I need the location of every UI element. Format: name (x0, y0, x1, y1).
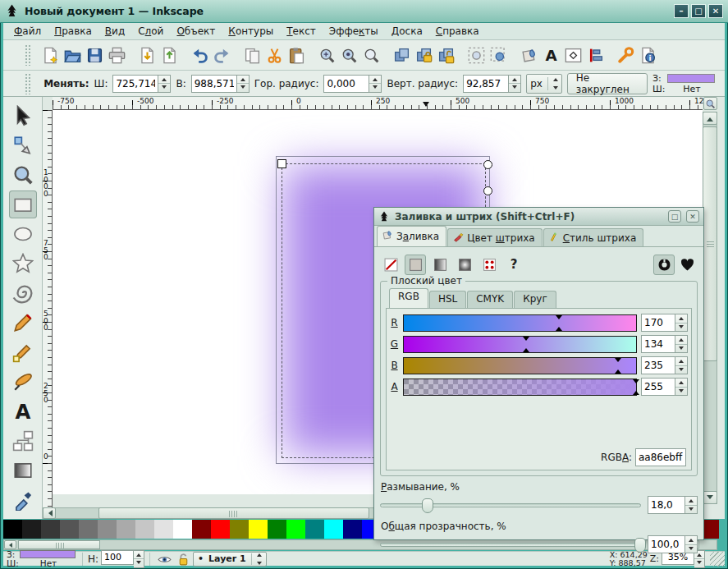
palette-swatch[interactable] (268, 520, 286, 539)
palette-swatch[interactable] (249, 520, 268, 539)
not-rounded-button[interactable]: Не закруглен (567, 73, 648, 94)
menu-item[interactable]: Текст (281, 24, 322, 39)
cut-icon[interactable] (263, 44, 286, 66)
palette-swatch[interactable] (117, 520, 135, 539)
spin-up-button[interactable] (685, 497, 697, 505)
maximize-button[interactable]: □ (691, 4, 706, 18)
scroll-left-button[interactable] (43, 507, 56, 519)
save-icon[interactable] (84, 44, 106, 66)
palette-scrollbar-thumb[interactable] (18, 540, 100, 549)
spin-up-button[interactable] (675, 314, 687, 323)
dialog-tab[interactable]: Стиль штриха (543, 228, 644, 246)
palette-swatch[interactable] (324, 520, 343, 539)
spin-down-button[interactable] (694, 558, 704, 567)
spin-down-button[interactable] (237, 83, 249, 92)
units-combo[interactable]: px (526, 74, 562, 94)
document-properties-icon[interactable]: i (637, 44, 659, 66)
ellipse-icon[interactable] (9, 220, 37, 248)
calligraphy-icon[interactable] (9, 368, 37, 396)
menu-item[interactable]: Объект (171, 24, 221, 39)
print-icon[interactable] (106, 44, 128, 66)
spin-up-button[interactable] (675, 357, 687, 365)
preferences-icon[interactable] (615, 44, 637, 66)
export-icon[interactable] (158, 44, 181, 66)
pattern-paint-icon[interactable] (478, 255, 500, 275)
rx-input[interactable] (323, 75, 369, 93)
palette-swatch[interactable] (286, 520, 305, 539)
dialog-tab[interactable]: Заливка (377, 226, 446, 246)
pencil-icon[interactable] (9, 309, 37, 337)
resize-handle[interactable] (277, 159, 286, 168)
ry-input[interactable] (463, 75, 509, 93)
blur-slider[interactable] (380, 503, 641, 507)
palette-swatch[interactable] (3, 520, 22, 539)
gradient-icon[interactable] (9, 457, 37, 484)
palette-swatch[interactable] (230, 520, 249, 539)
spin-down-button[interactable] (675, 387, 687, 396)
menu-item[interactable]: Доска (386, 24, 428, 39)
selector-icon[interactable] (9, 102, 37, 130)
dropper-icon[interactable] (9, 486, 37, 514)
paste-icon[interactable] (286, 44, 308, 66)
menu-item[interactable]: Файл (8, 24, 47, 39)
channel-input[interactable] (641, 314, 675, 332)
spin-down-button[interactable] (158, 83, 170, 92)
spin-up-button[interactable] (685, 536, 697, 544)
opacity-slider-thumb[interactable] (634, 538, 646, 553)
palette-swatch[interactable] (41, 520, 60, 539)
spin-up-button[interactable] (675, 336, 687, 344)
spin-down-button[interactable] (685, 544, 697, 553)
layer-selector[interactable]: • Layer 1 (193, 552, 267, 567)
vertical-scrollbar-thumb[interactable] (703, 126, 717, 361)
flat-color-icon[interactable] (405, 255, 426, 275)
group-icon[interactable] (465, 44, 488, 66)
spiral-icon[interactable] (9, 279, 37, 307)
close-button[interactable]: ✕ (708, 4, 723, 18)
corner-radius-handle[interactable] (483, 160, 492, 169)
blur-input[interactable] (648, 496, 685, 514)
spin-up-button[interactable] (134, 551, 144, 559)
palette-swatch[interactable] (343, 520, 362, 539)
color-space-tab[interactable]: CMYK (467, 291, 513, 308)
palette-swatch[interactable] (173, 520, 192, 539)
unlink-clone-icon[interactable] (435, 44, 457, 66)
no-paint-icon[interactable] (380, 255, 401, 275)
radial-gradient-paint-icon[interactable] (454, 255, 475, 275)
zoom-selection-icon[interactable] (316, 44, 338, 66)
import-icon[interactable] (136, 44, 158, 66)
window-resize-grip[interactable] (710, 552, 725, 567)
star-icon[interactable] (9, 250, 37, 278)
toolbar-grip[interactable] (25, 44, 31, 66)
scroll-left-button[interactable] (4, 540, 16, 549)
channel-slider[interactable] (403, 336, 637, 353)
scroll-up-button[interactable] (703, 112, 717, 125)
fill-color-swatch[interactable] (667, 74, 715, 83)
toolbar-grip[interactable] (25, 73, 30, 94)
spin-up-button[interactable] (237, 76, 249, 84)
pen-icon[interactable] (9, 338, 37, 366)
opacity-slider[interactable] (380, 543, 641, 547)
minimize-button[interactable]: – (674, 4, 689, 18)
rgba-input[interactable] (635, 448, 686, 466)
channel-slider[interactable] (403, 379, 637, 396)
spin-up-button[interactable] (675, 379, 687, 387)
sticky-zoom-button[interactable] (703, 97, 717, 110)
dialog-close-button[interactable]: ✕ (686, 210, 699, 223)
dialog-maximize-button[interactable]: □ (668, 210, 681, 223)
new-document-icon[interactable] (39, 44, 62, 66)
spin-down-button[interactable] (134, 558, 144, 567)
text-icon[interactable]: A (9, 397, 37, 425)
corner-radius-handle[interactable] (483, 186, 492, 195)
stroke-value[interactable]: Нет (20, 558, 77, 568)
open-icon[interactable] (62, 44, 84, 66)
width-input[interactable] (112, 75, 158, 93)
menu-item[interactable]: Контуры (222, 24, 279, 39)
unknown-paint-icon[interactable]: ? (503, 255, 524, 275)
connector-icon[interactable] (9, 427, 37, 455)
dialog-titlebar[interactable]: Заливка и штрих (Shift+Ctrl+F) □ ✕ (374, 208, 703, 226)
spin-up-button[interactable] (369, 76, 381, 84)
palette-swatch[interactable] (60, 520, 79, 539)
linear-gradient-paint-icon[interactable] (429, 255, 451, 275)
text-dialog-icon[interactable]: A (540, 44, 562, 66)
fill-stroke-dialog-icon[interactable] (518, 44, 540, 66)
